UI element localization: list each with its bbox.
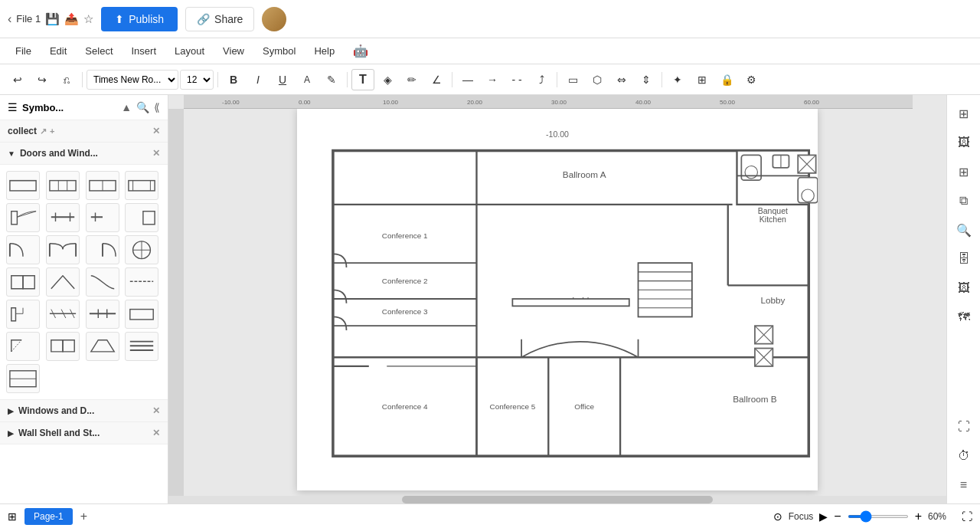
h-scrollbar-thumb[interactable]	[402, 496, 713, 503]
menu-symbol[interactable]: Symbol	[255, 42, 303, 60]
shape1-button[interactable]: ▭	[561, 69, 584, 90]
font-family-select[interactable]: Times New Ro... Arial Helvetica	[87, 70, 178, 90]
symbol-item[interactable]	[46, 235, 80, 264]
search-panel-button[interactable]: 🔍	[952, 218, 976, 242]
symbol-item[interactable]	[86, 203, 119, 232]
lock-button[interactable]: 🔒	[715, 69, 738, 90]
fullscreen-toggle-button[interactable]: ⛶	[962, 510, 972, 523]
grid-panel-button[interactable]: ⊞	[952, 159, 976, 184]
share-button[interactable]: 🔗 Share	[185, 7, 254, 31]
back-icon[interactable]: ‹	[8, 12, 11, 26]
symbol-item[interactable]	[86, 332, 119, 361]
doors-close-button[interactable]: ✕	[152, 148, 160, 159]
undo-button[interactable]: ↩	[6, 69, 29, 90]
format-panel-button[interactable]: ⊞	[952, 101, 976, 126]
symbol-item[interactable]	[125, 171, 158, 200]
shape2-button[interactable]: ⬡	[586, 69, 609, 90]
align-h-button[interactable]: ⇔	[610, 69, 633, 90]
symbol-item[interactable]	[6, 267, 40, 297]
wall-shell-close-button[interactable]: ✕	[152, 428, 160, 438]
symbol-item[interactable]	[125, 332, 158, 361]
symbol-item[interactable]	[86, 171, 119, 200]
save-icon[interactable]: 💾	[45, 12, 60, 26]
menu-select[interactable]: Select	[77, 42, 120, 60]
collapse-all-button[interactable]: ⟪	[154, 101, 160, 113]
collapse-panel-button[interactable]: ▲	[121, 101, 132, 113]
symbol-item[interactable]	[86, 300, 119, 329]
windows-close-button[interactable]: ✕	[152, 405, 160, 416]
star-icon[interactable]: ☆	[83, 12, 93, 26]
focus-icon[interactable]: ⊙	[773, 510, 782, 523]
font-size-select[interactable]: 12 10 14 16 18 24	[180, 70, 214, 90]
menu-ai[interactable]: 🤖	[345, 41, 376, 61]
play-button[interactable]: ▶	[819, 510, 828, 523]
symbol-item[interactable]	[46, 203, 80, 232]
symbol-item[interactable]	[6, 203, 40, 232]
picture-panel-button[interactable]: 🖼	[952, 276, 976, 300]
magic-button[interactable]: ✦	[666, 69, 689, 90]
menu-insert[interactable]: Insert	[124, 42, 165, 60]
page-view-button[interactable]: ⊞	[8, 510, 17, 523]
dash-line-button[interactable]: - -	[505, 69, 528, 90]
collect-close-button[interactable]: ✕	[152, 126, 160, 136]
align-v-button[interactable]: ⇕	[635, 69, 658, 90]
database-panel-button[interactable]: 🗄	[952, 247, 976, 271]
collect-add-icon[interactable]: +	[50, 126, 54, 136]
symbol-item[interactable]	[125, 300, 158, 329]
connector-button[interactable]: ⤴	[530, 69, 553, 90]
pen-button[interactable]: ✏	[400, 69, 423, 90]
h-scrollbar[interactable]	[168, 496, 946, 503]
settings-lines-button[interactable]: ≡	[952, 473, 976, 497]
zoom-in-button[interactable]: +	[915, 510, 922, 523]
add-page-button[interactable]: +	[80, 510, 87, 523]
share-doc-icon[interactable]: 📤	[64, 12, 79, 26]
symbol-item[interactable]	[6, 235, 40, 264]
symbol-item[interactable]	[46, 332, 80, 361]
windows-section-header[interactable]: ▶ Windows and D... ✕	[0, 400, 168, 422]
font-color-button[interactable]: A	[296, 69, 318, 90]
menu-view[interactable]: View	[215, 42, 252, 60]
layers-panel-button[interactable]: ⧉	[952, 189, 976, 213]
menu-edit[interactable]: Edit	[42, 42, 74, 60]
publish-button[interactable]: ⬆ Publish	[101, 7, 178, 31]
menu-layout[interactable]: Layout	[167, 42, 212, 60]
symbol-item[interactable]	[6, 300, 40, 329]
clear-button[interactable]: ⎌	[55, 69, 78, 90]
redo-button[interactable]: ↪	[31, 69, 54, 90]
underline-button[interactable]: U	[271, 69, 294, 90]
angle-button[interactable]: ∠	[425, 69, 448, 90]
symbol-item[interactable]	[46, 267, 80, 297]
history-button[interactable]: ⏱	[952, 444, 976, 468]
menu-file[interactable]: File	[8, 42, 39, 60]
edit-node-button[interactable]: ⊞	[691, 69, 714, 90]
external-link-icon[interactable]: ↗	[40, 126, 47, 136]
symbol-item[interactable]	[86, 235, 119, 264]
symbol-item[interactable]	[125, 203, 158, 232]
collect-header[interactable]: collect ↗ + ✕	[0, 120, 168, 142]
symbol-item[interactable]	[125, 235, 158, 264]
bold-button[interactable]: B	[222, 69, 245, 90]
search-panel-button[interactable]: 🔍	[136, 101, 149, 113]
text-button[interactable]: T	[351, 69, 374, 90]
menu-help[interactable]: Help	[306, 42, 342, 60]
zoom-out-button[interactable]: −	[834, 510, 841, 523]
fullscreen-button[interactable]: ⛶	[952, 415, 976, 439]
symbol-item[interactable]	[6, 364, 40, 393]
doors-section-header[interactable]: ▼ Doors and Wind... ✕	[0, 143, 168, 165]
symbol-item[interactable]	[86, 267, 119, 297]
symbol-item[interactable]	[46, 300, 80, 329]
image-panel-button[interactable]: 🖼	[952, 130, 976, 155]
symbol-item[interactable]	[125, 267, 158, 297]
symbol-item[interactable]	[46, 171, 80, 200]
symbol-item[interactable]	[6, 332, 40, 361]
map-panel-button[interactable]: 🗺	[952, 305, 976, 330]
wall-shell-section-header[interactable]: ▶ Wall Shell and St... ✕	[0, 422, 168, 444]
highlight-button[interactable]: ✎	[320, 69, 343, 90]
tools-button[interactable]: ⚙	[740, 69, 763, 90]
avatar[interactable]	[262, 7, 286, 31]
zoom-slider[interactable]	[848, 515, 909, 518]
fill-button[interactable]: ◈	[376, 69, 399, 90]
arrow-button[interactable]: →	[481, 69, 504, 90]
canvas-area[interactable]: -10.00 0.00 10.00 20.00 30.00 40.00 50.0…	[168, 95, 946, 503]
italic-button[interactable]: I	[247, 69, 270, 90]
